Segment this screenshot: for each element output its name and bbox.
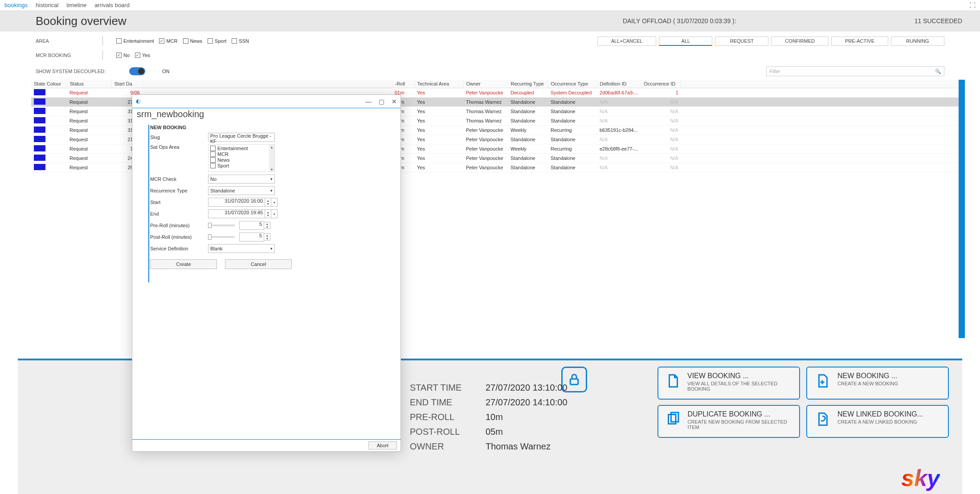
satops-scrollbar[interactable]: ▴▾ — [269, 145, 274, 171]
area-ssn-check[interactable]: SSN — [232, 38, 249, 44]
preroll-spinner[interactable]: ▴▾ — [264, 222, 270, 229]
end-label: End — [150, 211, 208, 216]
satops-sport-label: Sport — [217, 163, 229, 168]
view-booking-title: VIEW BOOKING ... — [687, 372, 793, 380]
postroll-label: Post-Roll (minutes) — [150, 234, 208, 240]
pill-request[interactable]: REQUEST — [715, 37, 768, 46]
pill-all-cancel[interactable]: ALL+CANCEL — [597, 37, 657, 46]
create-button[interactable]: Create — [150, 259, 217, 269]
state-colour-swatch — [34, 108, 45, 114]
view-booking-sub: VIEW ALL DETAILS OF THE SELECTED BOOKING — [687, 381, 793, 392]
app-icon: ◐ — [136, 98, 143, 105]
state-colour-swatch — [34, 127, 45, 133]
mcrcheck-label: MCR Check — [150, 176, 208, 182]
satops-list[interactable]: Entertainment MCR News Sport ▴▾ — [208, 144, 275, 172]
start-dropdown[interactable]: ▾ — [271, 198, 278, 207]
pill-confirmed[interactable]: CONFIRMED — [771, 37, 829, 46]
end-dropdown[interactable]: ▾ — [271, 209, 278, 218]
servicedef-value: Blank — [210, 246, 223, 251]
filter-search[interactable]: Filter 🔍 — [766, 66, 944, 76]
new-linked-booking-button[interactable]: NEW LINKED BOOKING...CREATE A NEW LINKED… — [806, 405, 949, 438]
state-colour-swatch — [34, 89, 45, 95]
col-occurrence-type[interactable]: Occurrence Type — [548, 80, 597, 88]
mcrcheck-select[interactable]: No▾ — [208, 175, 275, 184]
duplicate-booking-button[interactable]: DUPLICATE BOOKING ...CREATE NEW BOOKING … — [657, 405, 800, 438]
end-spinner[interactable]: ▴▾ — [265, 209, 271, 218]
col-definition-id[interactable]: Definition ID — [597, 80, 641, 88]
servicedef-select[interactable]: Blank▾ — [208, 244, 275, 253]
document-copy-icon — [665, 410, 681, 428]
satops-sport[interactable]: Sport — [210, 163, 273, 168]
slug-label: Slug — [150, 135, 208, 140]
state-colour-swatch — [34, 155, 45, 161]
maximize-icon[interactable]: ▢ — [379, 98, 384, 105]
col-occurrence-id[interactable]: Occurrence ID — [641, 80, 681, 88]
close-icon[interactable]: ✕ — [392, 98, 397, 105]
slug-input[interactable]: Pro League Cercle Brugge - KF — [208, 133, 275, 142]
divider — [102, 36, 103, 46]
cancel-button[interactable]: Cancel — [225, 259, 292, 269]
col-start-date[interactable]: Start Da — [111, 80, 143, 88]
document-link-icon — [813, 410, 831, 428]
new-linked-title: NEW LINKED BOOKING... — [837, 410, 923, 418]
area-mcr-check[interactable]: ✓MCR — [159, 38, 177, 44]
pill-running[interactable]: RUNNING — [891, 37, 944, 46]
area-ssn-label: SSN — [239, 38, 249, 44]
start-datetime[interactable]: 31/07/2020 16:00 — [208, 198, 265, 207]
postroll-slider[interactable] — [208, 236, 235, 238]
pill-all[interactable]: ALL — [659, 37, 712, 46]
preroll-slider[interactable] — [208, 225, 235, 226]
tab-bookings[interactable]: bookings — [4, 2, 28, 8]
col-recurring-type[interactable]: Recurring Type — [508, 80, 548, 88]
show-decoupled-toggle[interactable] — [129, 67, 145, 75]
document-plus-icon — [813, 372, 831, 390]
tab-historical[interactable]: historical — [36, 2, 58, 8]
col-status[interactable]: Status — [67, 80, 111, 88]
succeeded-count: 11 SUCCEEDED — [915, 17, 962, 24]
postroll-input[interactable]: 5 — [239, 233, 264, 241]
sky-logo: sky — [901, 465, 940, 491]
satops-label: Sat Ops Area — [150, 144, 208, 150]
satops-mcr[interactable]: MCR — [210, 151, 273, 157]
area-entertainment-check[interactable]: Entertainment — [116, 38, 154, 44]
mcr-no-check[interactable]: ✓No — [116, 53, 130, 58]
postroll-spinner[interactable]: ▴▾ — [264, 233, 270, 241]
section-accent — [148, 125, 149, 282]
filter-placeholder: Filter — [769, 69, 780, 74]
area-mcr-label: MCR — [166, 38, 177, 44]
pre-roll-key: PRE-ROLL — [410, 412, 472, 422]
mcr-yes-check[interactable]: ✓Yes — [135, 53, 150, 58]
col-technical-area[interactable]: Technical Area — [414, 80, 463, 88]
fullscreen-icon[interactable]: ⛶ — [969, 2, 976, 9]
area-entertainment-label: Entertainment — [123, 38, 154, 44]
col-roll[interactable]: -Roll — [392, 80, 414, 88]
end-datetime[interactable]: 31/07/2020 19:45 — [208, 209, 265, 218]
view-booking-button[interactable]: VIEW BOOKING ...VIEW ALL DETAILS OF THE … — [657, 367, 800, 400]
filter-row-area: AREA Entertainment ✓MCR News Sport SSN A… — [0, 32, 980, 48]
start-spinner[interactable]: ▴▾ — [265, 198, 271, 207]
pill-preactive[interactable]: PRE-ACTIVE — [831, 37, 888, 46]
new-booking-button[interactable]: NEW BOOKING ...CREATE A NEW BOOKING — [806, 367, 949, 400]
start-time-value: 27/07/2020 13:10:00 — [486, 383, 568, 393]
state-colour-swatch — [34, 136, 45, 142]
area-news-check[interactable]: News — [183, 38, 203, 44]
grid-scrollbar[interactable] — [959, 80, 965, 338]
minimize-icon[interactable]: — — [365, 98, 372, 105]
satops-entertainment[interactable]: Entertainment — [210, 146, 273, 151]
action-buttons: VIEW BOOKING ...VIEW ALL DETAILS OF THE … — [657, 367, 949, 438]
satops-news-label: News — [217, 157, 230, 163]
satops-news[interactable]: News — [210, 157, 273, 163]
state-colour-swatch — [34, 145, 45, 151]
tab-timeline[interactable]: timeline — [66, 2, 86, 8]
col-owner[interactable]: Owner — [463, 80, 508, 88]
filter-row-mcr: MCR BOOKING ✓No ✓Yes — [0, 48, 980, 63]
recurrence-select[interactable]: Standalone▾ — [208, 186, 275, 195]
col-state-colour[interactable]: State Colour — [31, 80, 67, 88]
area-sport-check[interactable]: Sport — [208, 38, 226, 44]
owner-value: Thomas Warnez — [486, 441, 551, 452]
end-time-value: 27/07/2020 14:10:00 — [486, 397, 568, 408]
tab-arrivals-board[interactable]: arrivals board — [94, 2, 130, 8]
abort-button[interactable]: Abort — [368, 441, 397, 449]
preroll-input[interactable]: 5 — [239, 221, 264, 230]
satops-mcr-label: MCR — [217, 151, 229, 157]
